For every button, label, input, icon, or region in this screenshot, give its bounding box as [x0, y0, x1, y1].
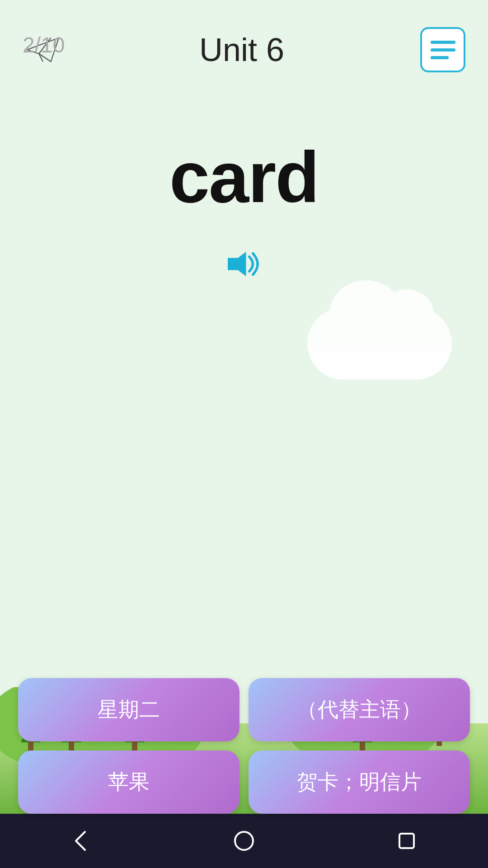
nav-back-button[interactable]	[68, 827, 95, 854]
progress-text: 2/10	[23, 33, 65, 57]
nav-home-button[interactable]	[230, 827, 258, 854]
answer-btn-2[interactable]: （代替主语）	[249, 678, 470, 741]
cloud-shape	[307, 307, 452, 380]
word-display: card	[169, 136, 319, 219]
answer-btn-3[interactable]: 苹果	[18, 750, 239, 814]
recent-icon	[393, 827, 420, 854]
sound-icon	[224, 246, 264, 282]
menu-line-1	[431, 41, 455, 44]
answer-area: 星期二 （代替主语） 苹果 贺卡；明信片	[0, 678, 488, 814]
nav-bar	[0, 814, 488, 868]
menu-line-3	[431, 56, 449, 59]
menu-line-2	[431, 48, 455, 52]
progress-area: 2/10	[23, 34, 63, 66]
back-icon	[68, 827, 95, 854]
main-content: card	[0, 81, 488, 282]
svg-rect-4	[399, 834, 414, 848]
menu-button[interactable]	[420, 27, 465, 72]
nav-recent-button[interactable]	[393, 827, 420, 854]
answer-btn-1[interactable]: 星期二	[18, 678, 239, 741]
home-icon	[230, 827, 258, 854]
svg-marker-2	[228, 252, 246, 276]
header: 2/10 Unit 6	[0, 0, 488, 81]
answer-btn-4[interactable]: 贺卡；明信片	[249, 750, 470, 814]
sound-button[interactable]	[224, 246, 264, 282]
menu-icon	[431, 41, 455, 59]
cloud-decoration	[307, 307, 452, 380]
svg-point-3	[235, 832, 253, 850]
unit-title: Unit 6	[199, 31, 284, 68]
